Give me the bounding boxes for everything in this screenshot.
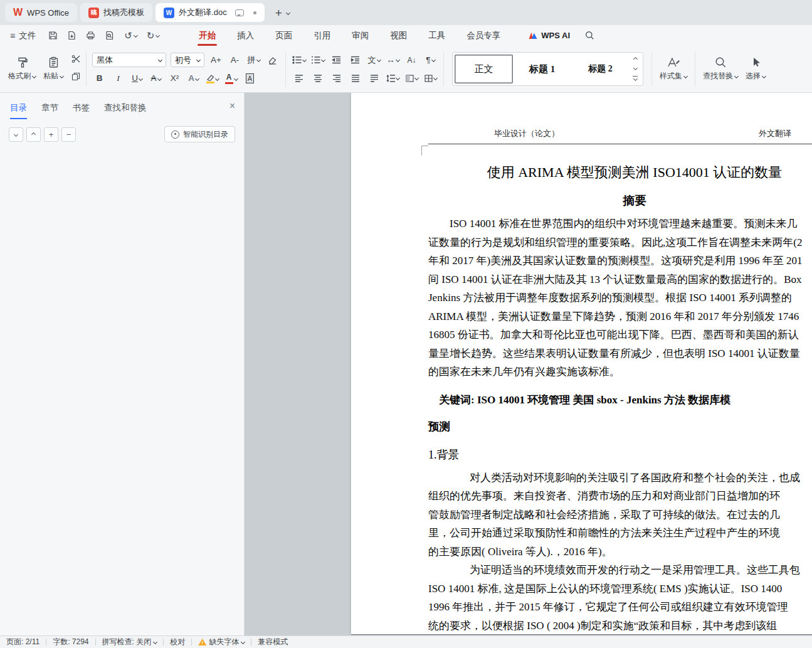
document-content: 使用 ARIMA 模型预测美洲 ISO14001 认证的数量摘要ISO 1400…	[428, 162, 812, 635]
print-button[interactable]	[86, 31, 95, 40]
export-pdf-button[interactable]	[67, 31, 76, 40]
number-list-button[interactable]	[310, 53, 325, 67]
zoom-out-outline-button[interactable]: −	[61, 127, 76, 142]
panel-close-button[interactable]: ×	[229, 101, 235, 111]
copy-button[interactable]	[71, 72, 80, 83]
tab-document[interactable]: W 外文翻译.doc	[156, 3, 265, 22]
file-menu-button[interactable]: ≡ 文件	[10, 30, 36, 41]
cut-button[interactable]	[71, 55, 80, 66]
doc-paragraph[interactable]: ISO 14001 标准在世界范围内的组织中对环境管理越来越重要。预测未来几证数…	[428, 215, 812, 381]
bold-button[interactable]: B	[92, 72, 107, 85]
tab-template-store[interactable]: 稿 找稿壳模板	[80, 3, 152, 22]
doc-line: 1996 年推出，并于 2015 年修订，它规定了任何公司或组织建立有效环境管理	[428, 598, 812, 617]
status-missing-fonts[interactable]: ! 缺失字体	[198, 637, 245, 647]
increase-indent-button[interactable]	[348, 53, 362, 67]
superscript-icon: X²	[171, 74, 179, 83]
chevron-down-icon	[431, 58, 436, 62]
scroll-up-icon[interactable]	[633, 57, 637, 61]
document-page[interactable]: 毕业设计（论文） 外文翻译 使用 ARIMA 模型预测美洲 ISO14001 认…	[351, 93, 812, 635]
find-replace-button[interactable]: 查找替换	[701, 56, 740, 82]
char-shading-button[interactable]: A	[243, 72, 257, 85]
font-size-select[interactable]: 初号	[171, 53, 204, 67]
tab-insert[interactable]: 插入	[226, 25, 265, 46]
chevron-down-icon[interactable]	[286, 10, 290, 14]
status-word-count[interactable]: 字数: 7294	[53, 637, 88, 647]
italic-button[interactable]: I	[111, 72, 125, 85]
tab-page[interactable]: 页面	[265, 25, 303, 46]
text-effects-button[interactable]: A	[186, 72, 201, 85]
writer-doc-icon: W	[164, 8, 174, 18]
zoom-in-outline-button[interactable]: +	[44, 127, 58, 142]
char-scale-button[interactable]: ↔	[386, 53, 400, 67]
scroll-down-icon[interactable]	[633, 66, 637, 70]
search-button[interactable]	[585, 31, 594, 40]
gallery-more-button[interactable]	[633, 76, 638, 80]
align-center-button[interactable]	[310, 72, 325, 85]
format-painter-button[interactable]: 格式刷	[6, 56, 38, 82]
sort-icon: A↓	[407, 56, 416, 65]
shading-button[interactable]	[404, 72, 419, 85]
panel-tab-bookmarks[interactable]: 书签	[73, 102, 90, 119]
font-color-button[interactable]: A	[224, 72, 238, 85]
highlight-button[interactable]	[205, 72, 219, 85]
status-spellcheck[interactable]: 拼写检查: 关闭	[102, 637, 157, 647]
align-right-button[interactable]	[329, 72, 344, 85]
asian-layout-button[interactable]: 文	[367, 53, 381, 67]
justify-button[interactable]	[348, 72, 362, 85]
style-body[interactable]: 正文	[455, 55, 513, 83]
comment-icon[interactable]	[235, 9, 244, 16]
underline-button[interactable]: U	[130, 72, 144, 85]
save-button[interactable]	[48, 31, 58, 40]
expand-all-button[interactable]	[9, 127, 23, 142]
clear-format-button[interactable]	[265, 53, 280, 67]
grow-font-button[interactable]: A+	[209, 53, 223, 67]
status-page-indicator[interactable]: 页面: 2/11	[6, 637, 40, 647]
decrease-indent-button[interactable]	[329, 53, 344, 67]
wps-ai-button[interactable]: WPS AI	[529, 31, 570, 40]
chevron-down-icon[interactable]	[156, 33, 160, 38]
select-button[interactable]: 选择	[740, 56, 771, 82]
chevron-down-icon[interactable]	[134, 33, 138, 38]
align-left-button[interactable]	[292, 72, 306, 85]
format-painter-label: 格式刷	[8, 71, 31, 82]
doc-paragraph[interactable]: 为证明适当的环境绩效而开发的行动之一是采用管理工具。这些工具包ISO 14001…	[428, 561, 812, 635]
sort-button[interactable]: A↓	[404, 53, 419, 67]
doc-paragraph[interactable]: 对人类活动对环境影响的关注吸引了各国政府和整个社会的关注，也成组织的优先事项。来…	[428, 469, 812, 561]
format-painter-icon	[16, 56, 28, 68]
line-spacing-button[interactable]	[386, 72, 400, 85]
new-tab-button[interactable]: +	[275, 7, 290, 19]
phonetic-guide-button[interactable]: 拼	[246, 53, 261, 67]
borders-button[interactable]	[423, 72, 438, 85]
style-heading1[interactable]: 标题 1	[513, 55, 571, 83]
tab-wps-office[interactable]: W WPS Office	[5, 3, 77, 22]
paste-button[interactable]: 粘贴	[38, 56, 69, 82]
wps-writer-window: W WPS Office 稿 找稿壳模板 W 外文翻译.doc + ≡ 文件	[0, 0, 812, 648]
smart-identify-contents-button[interactable]: 智能识别目录	[164, 126, 235, 142]
style-heading2[interactable]: 标题 2	[571, 55, 630, 83]
tab-tools[interactable]: 工具	[418, 25, 456, 46]
superscript-button[interactable]: X²	[167, 72, 182, 85]
tab-home[interactable]: 开始	[188, 25, 226, 46]
undo-button[interactable]: ↺	[124, 30, 137, 41]
tab-member[interactable]: 会员专享	[456, 25, 511, 46]
panel-tab-chapters[interactable]: 章节	[41, 102, 58, 119]
tab-reference[interactable]: 引用	[303, 25, 341, 46]
strikethrough-button[interactable]: A	[149, 72, 163, 85]
status-proofread-button[interactable]: 校对	[170, 637, 185, 647]
redo-button[interactable]: ↻	[147, 30, 160, 41]
print-preview-button[interactable]	[105, 31, 114, 40]
underline-icon: U	[132, 74, 138, 83]
style-set-button[interactable]: 样式集	[658, 56, 689, 82]
status-compat-mode[interactable]: 兼容模式	[258, 637, 288, 647]
shrink-font-button[interactable]: A-	[228, 53, 242, 67]
tab-review[interactable]: 审阅	[341, 25, 379, 46]
collapse-all-button[interactable]	[26, 127, 41, 142]
show-marks-button[interactable]: ¶	[423, 53, 438, 67]
font-name-select[interactable]: 黑体	[92, 53, 166, 67]
bullet-list-button[interactable]	[292, 53, 306, 67]
distribute-button[interactable]	[367, 72, 381, 85]
panel-tab-contents[interactable]: 目录	[10, 102, 27, 119]
panel-tab-find-replace[interactable]: 查找和替换	[104, 102, 147, 119]
tab-view[interactable]: 视图	[379, 25, 418, 46]
chevron-down-icon	[157, 76, 161, 80]
